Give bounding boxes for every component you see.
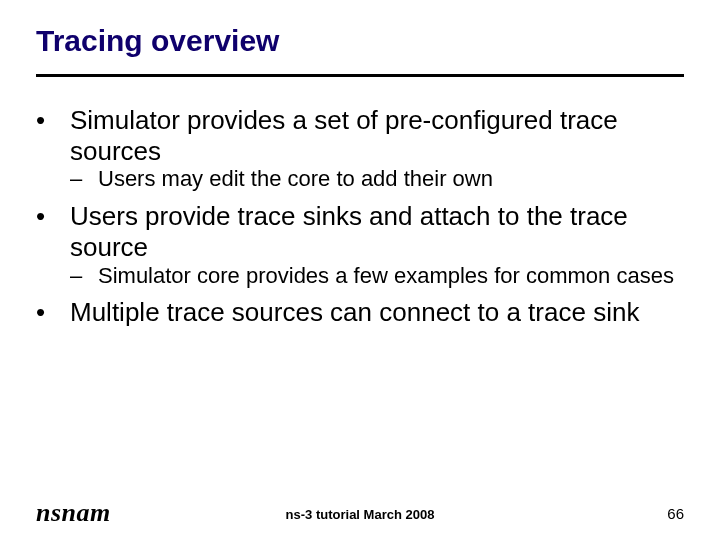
bullet-dot-icon: •: [36, 201, 70, 262]
bullet-list: • Simulator provides a set of pre-config…: [36, 105, 684, 328]
bullet-text: Users may edit the core to add their own: [98, 166, 684, 193]
slide: Tracing overview • Simulator provides a …: [0, 0, 720, 540]
footer-caption: ns-3 tutorial March 2008: [0, 507, 720, 522]
bullet-dot-icon: •: [36, 105, 70, 166]
slide-title: Tracing overview: [36, 24, 684, 68]
bullet-text: Multiple trace sources can connect to a …: [70, 297, 684, 328]
dash-icon: –: [70, 166, 98, 193]
dash-icon: –: [70, 263, 98, 290]
list-item: – Users may edit the core to add their o…: [36, 166, 684, 193]
list-item: • Users provide trace sinks and attach t…: [36, 201, 684, 289]
slide-body: • Simulator provides a set of pre-config…: [36, 105, 684, 328]
bullet-dot-icon: •: [36, 297, 70, 328]
list-item: – Simulator core provides a few examples…: [36, 263, 684, 290]
bullet-text: Simulator provides a set of pre-configur…: [70, 105, 684, 166]
title-rule: [36, 74, 684, 77]
sub-bullet-list: – Simulator core provides a few examples…: [36, 263, 684, 290]
sub-bullet-list: – Users may edit the core to add their o…: [36, 166, 684, 193]
list-item: • Simulator provides a set of pre-config…: [36, 105, 684, 193]
page-number: 66: [667, 505, 684, 522]
bullet-text: Simulator core provides a few examples f…: [98, 263, 684, 290]
list-item: • Multiple trace sources can connect to …: [36, 297, 684, 328]
bullet-text: Users provide trace sinks and attach to …: [70, 201, 684, 262]
